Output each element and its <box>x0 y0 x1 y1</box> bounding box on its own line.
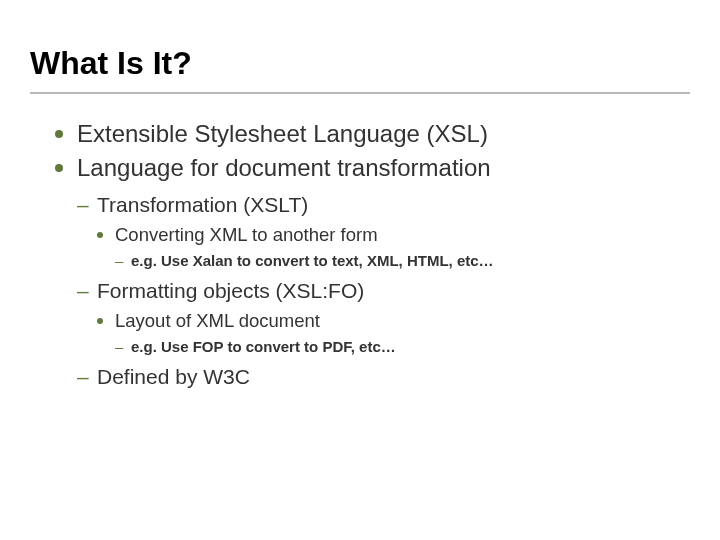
slide: What Is It? Extensible Stylesheet Langua… <box>0 0 720 540</box>
bullet-level3: Layout of XML document <box>97 309 680 334</box>
bullet-level1: Extensible Stylesheet Language (XSL) <box>55 118 680 150</box>
bullet-level2: Defined by W3C <box>77 363 680 391</box>
bullet-level4: e.g. Use Xalan to convert to text, XML, … <box>115 250 680 271</box>
bullet-level2: Formatting objects (XSL:FO) <box>77 277 680 305</box>
slide-title: What Is It? <box>30 45 192 82</box>
bullet-level2: Transformation (XSLT) <box>77 191 680 219</box>
slide-content: Extensible Stylesheet Language (XSL) Lan… <box>55 118 680 396</box>
title-underline <box>30 92 690 94</box>
bullet-level4: e.g. Use FOP to convert to PDF, etc… <box>115 336 680 357</box>
bullet-level1: Language for document transformation <box>55 152 680 184</box>
bullet-level3: Converting XML to another form <box>97 223 680 248</box>
